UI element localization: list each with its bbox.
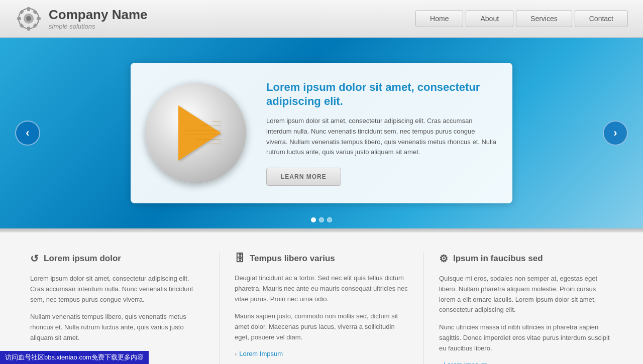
section-divider <box>0 228 643 232</box>
slide-image <box>141 78 251 188</box>
header: Company Name simple solutions Home About… <box>0 0 643 38</box>
navigation: Home About Services Contact <box>415 10 628 27</box>
nav-home[interactable]: Home <box>415 10 463 27</box>
svg-rect-3 <box>27 7 30 11</box>
feature-1-para2: Nullam venenatis tempus libero, quis ven… <box>30 312 204 343</box>
feature-col-3: ⚙ Ipsum in faucibus sed Quisque mi eros,… <box>424 253 628 364</box>
slider-dot-2[interactable] <box>319 217 324 222</box>
feature-3-icon: ⚙ <box>439 253 448 265</box>
play-circle-icon <box>146 83 246 183</box>
nav-contact[interactable]: Contact <box>575 10 628 27</box>
slide-content: Lorem ipsum dolor sit amet, consectetur … <box>266 80 497 186</box>
feature-1-title: ↺ Lorem ipsum dolor <box>30 253 204 265</box>
slider-next-button[interactable]: › <box>603 120 628 146</box>
slider-dot-3[interactable] <box>327 217 332 222</box>
feature-2-para2: Mauris sapien justo, commodo non mollis … <box>235 311 408 342</box>
nav-about[interactable]: About <box>466 10 513 27</box>
company-name: Company Name <box>49 7 148 23</box>
slider-dots <box>311 217 332 222</box>
company-info: Company Name simple solutions <box>49 7 148 30</box>
watermark: 访问血号社区bbs.xieniao.com免费下载更多内容 <box>0 351 149 364</box>
logo-icon <box>15 5 43 33</box>
chevron-right-icon-2: › <box>235 350 237 357</box>
play-arrow-icon <box>178 105 221 161</box>
slider-dot-1[interactable] <box>311 217 316 222</box>
feature-1-para1: Lorem ipsum dolor sit amet, consectetur … <box>30 274 204 305</box>
tagline: simple solutions <box>49 23 148 30</box>
feature-2-title: 🗄 Tempus libero varius <box>235 253 408 264</box>
svg-point-2 <box>26 16 31 21</box>
feature-col-1: ↺ Lorem ipsum dolor Lorem ipsum dolor si… <box>15 253 220 364</box>
hero-section: ‹ Lorem ipsum dolor sit amet, consectetu… <box>0 38 643 228</box>
learn-more-button[interactable]: LEARN MORE <box>266 168 341 186</box>
feature-3-para1: Quisque mi eros, sodales non semper at, … <box>439 274 613 315</box>
svg-rect-5 <box>17 17 21 20</box>
svg-rect-6 <box>37 17 41 20</box>
slide-body: Lorem ipsum dolor sit amet, consectetur … <box>266 116 497 158</box>
feature-3-link[interactable]: › Lorem Impsum <box>439 361 613 364</box>
logo-area: Company Name simple solutions <box>15 5 415 33</box>
feature-3-para2: Nunc ultricies massa id nibh ultricies i… <box>439 322 613 353</box>
chevron-right-icon-3: › <box>439 361 441 364</box>
slide-card: Lorem ipsum dolor sit amet, consectetur … <box>131 63 512 203</box>
feature-2-para1: Deugiat tincidunt ac a tortor. Sed nec e… <box>235 273 408 304</box>
feature-2-icon: 🗄 <box>235 253 245 264</box>
features-section: ↺ Lorem ipsum dolor Lorem ipsum dolor si… <box>0 232 643 364</box>
nav-services[interactable]: Services <box>516 10 572 27</box>
slide-title: Lorem ipsum dolor sit amet, consectetur … <box>266 80 497 109</box>
slider-prev-button[interactable]: ‹ <box>15 120 40 146</box>
feature-3-title: ⚙ Ipsum in faucibus sed <box>439 253 613 265</box>
feature-col-2: 🗄 Tempus libero varius Deugiat tincidunt… <box>220 253 424 364</box>
feature-1-icon: ↺ <box>30 253 39 265</box>
feature-2-link[interactable]: › Lorem Impsum <box>235 350 408 357</box>
svg-rect-4 <box>27 27 30 31</box>
